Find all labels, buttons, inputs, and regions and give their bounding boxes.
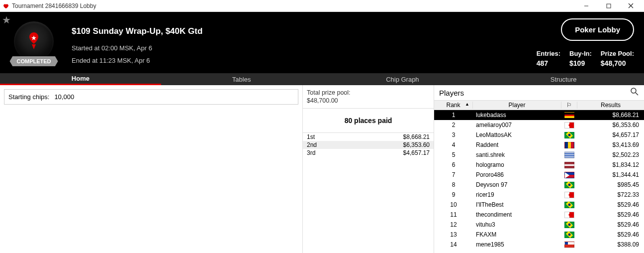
player-flag <box>561 132 577 138</box>
player-flag <box>561 142 577 148</box>
player-name: ameliaroy007 <box>473 122 561 128</box>
flag-icon <box>564 202 574 208</box>
close-button[interactable] <box>620 0 642 12</box>
player-name: Pororo486 <box>473 171 561 178</box>
flag-icon <box>564 182 574 188</box>
player-flag <box>561 232 577 238</box>
entries-label: Entries: <box>537 50 560 57</box>
maximize-button[interactable] <box>597 0 620 12</box>
player-row[interactable]: 2ameliaroy007♦$6,353.60 <box>434 120 644 130</box>
player-rank: 9 <box>434 191 473 198</box>
player-name: mene1985 <box>473 241 561 248</box>
player-name: I'llTheBest <box>473 201 561 208</box>
search-icon[interactable] <box>630 87 639 98</box>
player-rank: 3 <box>434 131 473 138</box>
flag-icon <box>564 112 574 119</box>
player-flag <box>561 112 577 119</box>
col-flag-header[interactable]: ⚐ <box>561 102 577 109</box>
player-name: thecondiment <box>473 211 561 218</box>
buyin-stat: Buy-In: $109 <box>569 50 592 67</box>
player-name: hologramo <box>473 161 561 168</box>
player-row[interactable]: 3LeoMattosAK$4,657.17 <box>434 130 644 140</box>
svg-line-5 <box>636 93 638 95</box>
player-row[interactable]: 5santi.shrek$2,502.23 <box>434 150 644 160</box>
favorite-star-icon[interactable]: ★ <box>2 14 11 26</box>
payout-amount: $4,657.17 <box>403 149 430 156</box>
payout-row[interactable]: 1st$8,668.21 <box>303 133 434 141</box>
starting-chips-label: Starting chips: <box>8 93 49 101</box>
player-result: $8,668.21 <box>577 112 644 119</box>
players-panel: Players Rank ▲ Player ⚐ Results 1lukebad… <box>434 85 644 253</box>
col-player-header[interactable]: Player <box>473 102 561 109</box>
player-rank: 13 <box>434 231 473 238</box>
stats-row: Entries: 487 Buy-In: $109 Prize Pool: $4… <box>537 50 634 67</box>
tab-tables[interactable]: Tables <box>161 73 322 85</box>
minimize-button[interactable] <box>575 0 597 12</box>
pokerstars-logo-icon <box>14 21 54 61</box>
player-name: FKAXM <box>473 231 561 238</box>
payout-row[interactable]: 3rd$4,657.17 <box>303 149 434 157</box>
players-table-body[interactable]: 1lukebadass$8,668.212ameliaroy007♦$6,353… <box>434 110 644 253</box>
player-result: $985.45 <box>577 181 644 188</box>
player-rank: 2 <box>434 122 473 128</box>
payout-place: 3rd <box>307 149 315 156</box>
player-flag <box>561 182 577 188</box>
prize-panel: Total prize pool: $48,700.00 80 places p… <box>302 85 434 253</box>
col-rank-header[interactable]: Rank ▲ <box>434 102 473 109</box>
player-result: $1,344.41 <box>577 171 644 178</box>
left-panel: Starting chips: 10,000 <box>0 85 302 253</box>
tab-structure[interactable]: Structure <box>483 73 644 85</box>
flag-icon <box>564 162 574 168</box>
total-prize-label: Total prize pool: <box>303 85 434 97</box>
player-rank: 8 <box>434 181 473 188</box>
player-rank: 5 <box>434 151 473 158</box>
player-row[interactable]: 14mene1985$388.09 <box>434 240 644 250</box>
player-flag <box>561 172 577 178</box>
player-rank: 14 <box>434 241 473 248</box>
prizepool-label: Prize Pool: <box>601 50 634 57</box>
flag-icon <box>564 152 574 158</box>
player-rank: 6 <box>434 161 473 168</box>
prizepool-stat: Prize Pool: $48,700 <box>601 50 634 67</box>
player-result: $3,413.69 <box>577 141 644 148</box>
tabs: Home Tables Chip Graph Structure <box>0 73 644 85</box>
player-name: Raddent <box>473 141 561 148</box>
starting-chips-value: 10,000 <box>54 93 74 101</box>
header: ★ COMPLETED $109 Sunday Wrap-Up, $40K Gt… <box>0 12 644 73</box>
player-row[interactable]: 12vituhu3$529.46 <box>434 220 644 230</box>
player-row[interactable]: 11thecondiment♦$529.46 <box>434 210 644 220</box>
player-row[interactable]: 9ricer19♦$722.33 <box>434 190 644 200</box>
players-title: Players <box>439 89 630 97</box>
player-row[interactable]: 10I'llTheBest$529.46 <box>434 200 644 210</box>
player-result: $2,502.23 <box>577 151 644 158</box>
svg-rect-1 <box>607 4 611 8</box>
player-row[interactable]: 8Deyvson 97$985.45 <box>434 180 644 190</box>
total-prize-value: $48,700.00 <box>303 97 434 108</box>
poker-lobby-button[interactable]: Poker Lobby <box>561 18 634 41</box>
flag-icon <box>564 132 574 138</box>
player-rank: 1 <box>434 112 473 119</box>
player-result: $388.09 <box>577 241 644 248</box>
player-rank: 10 <box>434 201 473 208</box>
buyin-label: Buy-In: <box>569 50 592 57</box>
flag-icon: ♦ <box>564 212 574 218</box>
player-row[interactable]: 4Raddent$3,413.69 <box>434 140 644 150</box>
player-row[interactable]: 7Pororo486$1,344.41 <box>434 170 644 180</box>
flag-icon: ♦ <box>564 122 574 128</box>
players-table-header: Rank ▲ Player ⚐ Results <box>434 100 644 110</box>
payout-row[interactable]: 2nd$6,353.60 <box>303 141 434 149</box>
player-rank: 12 <box>434 221 473 228</box>
window-title: Tournament 2841666839 Lobby <box>12 2 575 9</box>
flag-icon <box>564 242 574 248</box>
entries-stat: Entries: 487 <box>537 50 560 67</box>
player-row[interactable]: 6hologramo$1,834.12 <box>434 160 644 170</box>
sort-ascending-icon: ▲ <box>465 102 469 107</box>
player-row[interactable]: 13FKAXM$529.46 <box>434 230 644 240</box>
tab-home[interactable]: Home <box>0 73 161 85</box>
started-time: Started at 02:00 MSK, Apr 6 <box>72 44 537 52</box>
tab-chipgraph[interactable]: Chip Graph <box>322 73 483 85</box>
col-results-header[interactable]: Results <box>577 102 644 109</box>
player-row[interactable]: 1lukebadass$8,668.21 <box>434 110 644 120</box>
player-name: lukebadass <box>473 112 561 119</box>
player-name: Deyvson 97 <box>473 181 561 188</box>
